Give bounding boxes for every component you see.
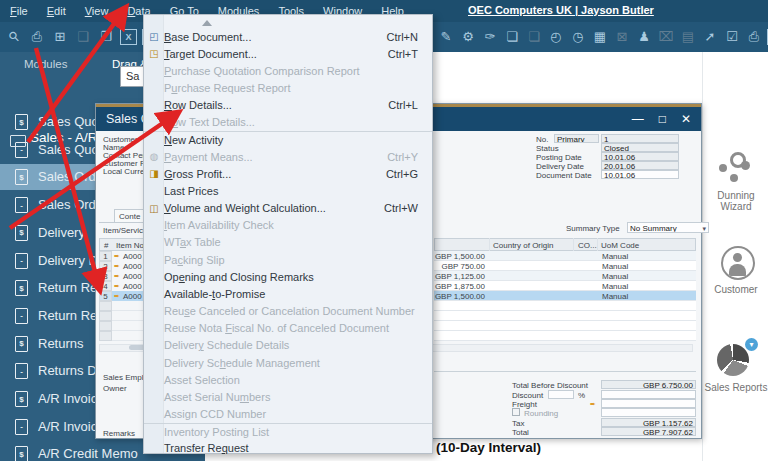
calculator-icon[interactable]: ▦ [591, 27, 609, 46]
menubar-item-file[interactable]: File [10, 5, 28, 17]
document-edit-icon[interactable]: ✑ [481, 27, 499, 46]
row-number-cell[interactable]: 3 [99, 271, 112, 281]
menu-item-assign-ccd-number[interactable]: Assign CCD Number [144, 405, 432, 422]
menu-item-transfer-request[interactable]: Transfer Request [144, 440, 432, 457]
close-icon[interactable]: ✕ [681, 112, 691, 126]
edit-icon[interactable]: ✎ [437, 27, 455, 46]
item-number-cell[interactable]: A000 [123, 252, 142, 261]
lock-icon[interactable]: ⊠ [613, 27, 631, 46]
field-value-status[interactable]: Closed [601, 143, 679, 152]
row-number-cell[interactable] [99, 311, 112, 321]
chart-shortcut-icon[interactable]: ➚ [701, 27, 719, 46]
document-settings-icon[interactable]: ⚙ [459, 27, 477, 46]
summary-type-select[interactable]: No Summary▾ [627, 222, 709, 233]
sidebar-tab-modules[interactable]: Modules [24, 58, 67, 70]
sales-reports-icon[interactable] [717, 344, 749, 376]
row-number-cell[interactable]: 4 [99, 281, 112, 291]
row-number-cell[interactable] [99, 301, 112, 311]
menu-item-new-activity[interactable]: New Activity [144, 131, 432, 148]
menu-item-volume-and-weight-calculation[interactable]: ◫Volume and Weight Calculation...Ctrl+W [144, 200, 432, 217]
menu-item-item-availability-check[interactable]: Item Availability Check [144, 217, 432, 234]
menu-item-opening-and-closing-remarks[interactable]: Opening and Closing Remarks [144, 268, 432, 285]
draft-document-icon: - [15, 197, 28, 213]
menu-item-last-prices[interactable]: Last Prices [144, 182, 432, 199]
minimize-icon[interactable]: — [632, 112, 644, 126]
menu-item-base-document[interactable]: ◰Base Document...Ctrl+N [144, 28, 432, 45]
document-history-icon[interactable]: ◷ [569, 27, 587, 46]
link-arrow-icon[interactable]: ➨ [114, 252, 120, 260]
grid-icon[interactable]: ▤ [679, 27, 697, 46]
rounding-checkbox[interactable] [512, 408, 520, 416]
menu-item-reuse-canceled-or-cancelation-document-number[interactable]: Reuse Canceled or Cancelation Document N… [144, 303, 432, 320]
field-value-document-date[interactable]: 10.01.06 [601, 170, 679, 179]
menu-item-packing-slip[interactable]: Packing Slip [144, 251, 432, 268]
customer-icon[interactable] [721, 246, 755, 280]
item-number-cell[interactable]: A000 [123, 262, 142, 271]
link-arrow-icon[interactable]: ➨ [114, 272, 120, 280]
comment-disabled-icon[interactable]: ❏ [525, 27, 543, 46]
row-number-cell[interactable]: 1 [99, 251, 112, 261]
chevron-down-icon[interactable]: ▾ [702, 223, 706, 233]
item-number-cell[interactable]: A000 [123, 292, 142, 301]
item-number-cell[interactable]: A000 [123, 272, 142, 281]
field-value-delivery-date[interactable]: 20.01.06 [601, 161, 679, 170]
find-icon[interactable]: ⚲ [1, 23, 27, 49]
table-row[interactable] [434, 331, 696, 341]
item-number-cell[interactable]: A000 [123, 282, 142, 291]
row-number-cell[interactable] [99, 321, 112, 331]
table-row[interactable] [434, 321, 696, 331]
table-row[interactable] [434, 301, 696, 311]
scroll-up-icon[interactable] [202, 20, 212, 26]
link-arrow-icon[interactable]: ➨ [114, 282, 120, 290]
field-value-no[interactable]: 1 [601, 134, 679, 143]
document-info-icon[interactable]: ◴ [547, 27, 565, 46]
menu-item-row-details[interactable]: Row Details...Ctrl+L [144, 97, 432, 114]
attachment-icon[interactable]: ❑ [74, 27, 92, 46]
calendar-icon[interactable]: ⊞ [51, 27, 69, 46]
menu-item-payment-means[interactable]: ◍Payment Means...Ctrl+Y [144, 148, 432, 165]
link-arrow-icon[interactable]: ➨ [114, 262, 120, 270]
account-link[interactable]: OEC Computers UK | Jayson Butler [468, 4, 654, 16]
totals-label-rounding: Rounding [524, 409, 558, 418]
menu-item-reuse-nota-fiscal-no-of-canceled-document[interactable]: Reuse Nota Fiscal No. of Canceled Docume… [144, 320, 432, 337]
menu-item-delivery-schedule-details[interactable]: Delivery Schedule Details [144, 337, 432, 354]
money-document-icon: $ [15, 336, 28, 352]
menu-item-purchase-quotation-comparison-report[interactable]: Purchase Quotation Comparison Report [144, 62, 432, 79]
link-arrow-icon[interactable]: ➨ [114, 292, 120, 300]
menu-item-available-to-promise[interactable]: Available-to-Promise [144, 285, 432, 302]
copy-icon[interactable]: ❐ [97, 27, 115, 46]
row-number-cell[interactable] [99, 331, 112, 341]
user-icon[interactable]: ♟ [635, 27, 653, 46]
menu-item-label: Payment Means... [164, 151, 253, 163]
menu-item-inventory-posting-list[interactable]: Inventory Posting List [144, 423, 432, 440]
form-check-icon[interactable]: ☑ [723, 27, 741, 46]
menu-item-delivery-schedule-management[interactable]: Delivery Schedule Management [144, 354, 432, 371]
maximize-icon[interactable]: □ [659, 112, 666, 126]
field-value-posting-date[interactable]: 10.01.06 [601, 152, 679, 161]
comment-icon[interactable]: ❏ [503, 27, 521, 46]
menu-item-row-text-details[interactable]: Row Text Details... [144, 114, 432, 131]
print-layout-icon[interactable]: ⎙ [745, 27, 763, 46]
uom-cell: Manual [602, 272, 628, 281]
archive-icon[interactable]: ⌧ [657, 27, 675, 46]
menu-item-target-document[interactable]: ◳Target Document...Ctrl+T [144, 45, 432, 62]
table-row[interactable] [434, 311, 696, 321]
menu-item-asset-selection[interactable]: Asset Selection [144, 371, 432, 388]
payment-means-icon: ◍ [147, 151, 161, 162]
chevron-badge-icon[interactable]: ▾ [745, 338, 758, 351]
discount-input[interactable] [548, 390, 574, 399]
menu-item-asset-serial-numbers[interactable]: Asset Serial Numbers [144, 388, 432, 405]
menu-item-gross-profit[interactable]: ◨Gross Profit...Ctrl+G [144, 165, 432, 182]
menubar-item-view[interactable]: View [85, 5, 109, 17]
freight-link-icon[interactable]: ➨ [590, 400, 596, 408]
menubar-item-edit[interactable]: Edit [47, 5, 66, 17]
row-number-cell[interactable]: 2 [99, 261, 112, 271]
series-select[interactable]: Primary [554, 134, 599, 143]
percent-label: % [578, 391, 585, 400]
dunning-wizard-icon[interactable] [719, 152, 753, 184]
menu-item-purchase-request-report[interactable]: Purchase Request Report [144, 79, 432, 96]
menu-item-wtax-table[interactable]: WTax Table [144, 234, 432, 251]
excel-export-icon[interactable]: X [120, 29, 137, 45]
row-number-cell[interactable]: 5 [99, 291, 112, 301]
print-icon[interactable]: ⎙ [28, 27, 46, 46]
